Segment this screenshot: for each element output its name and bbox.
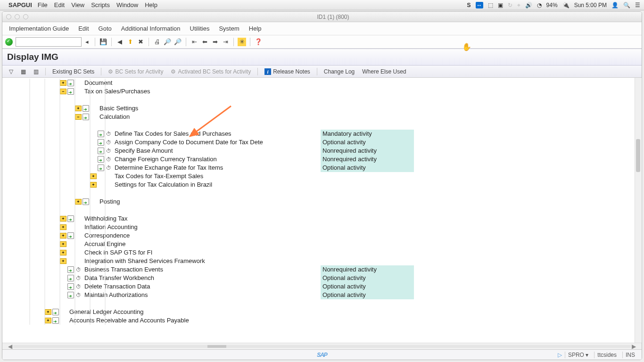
img-activity-icon[interactable] [98,148,104,154]
execute-icon[interactable] [105,131,112,137]
help-icon[interactable]: ❓ [254,38,263,46]
tree-label[interactable]: Tax Codes for Tax-Exempt Sales [113,172,203,181]
tree-label[interactable]: Calculation [98,113,130,121]
battery-icon[interactable]: 🔌 [562,2,570,8]
prev-page-icon[interactable]: ⬅ [200,38,209,46]
img-activity-icon[interactable] [67,215,74,222]
expand-icon[interactable] [90,173,97,179]
exit-icon[interactable]: ⬆ [126,38,134,46]
img-activity-icon[interactable] [98,139,104,146]
last-page-icon[interactable]: ⇥ [221,38,230,46]
img-activity-icon[interactable] [83,105,89,112]
img-activity-icon[interactable] [67,88,74,95]
tree-label[interactable]: Specify Base Amount [113,147,173,155]
expand-icon[interactable] [45,318,51,323]
minimize-button[interactable] [15,14,20,19]
activated-bc-sets[interactable]: ⚙Activated BC Sets for Activity [169,67,253,76]
expand-icon[interactable] [45,309,51,315]
tree-row[interactable]: Determine Exchange Rate for Tax ItemsOpt… [10,164,642,172]
tree-label[interactable]: Correspondence [83,231,130,240]
status-s-icon[interactable]: S [467,2,471,8]
expand-icon[interactable] [60,241,66,247]
img-activity-icon[interactable] [67,292,74,298]
expand-icon[interactable] [75,199,82,205]
tree-label[interactable]: Tax on Sales/Purchases [83,87,150,96]
tree-row[interactable]: Accounts Receivable and Accounts Payable [10,316,642,325]
tree-row[interactable]: Basic Settings [10,104,642,113]
vertical-scrollbar[interactable] [635,78,641,343]
collapse-icon[interactable] [60,89,66,94]
back-icon[interactable]: ◀ [116,38,124,46]
tree-row[interactable]: Tax on Sales/Purchases [10,87,642,96]
additional-icon[interactable]: ▥ [32,67,41,76]
tree-row[interactable]: Inflation Accounting [10,223,642,231]
img-activity-icon[interactable] [52,309,59,315]
tree-label[interactable]: Maintain Authorizations [83,291,148,299]
tree-label[interactable]: Accrual Engine [83,240,125,248]
horizontal-scrollbar[interactable]: ◀ ▶ [2,343,642,349]
tree-row[interactable] [10,121,642,130]
sap-menu-utilities[interactable]: Utilities [190,25,210,32]
tree-label[interactable]: Delete Transaction Data [83,282,150,291]
execute-icon[interactable] [75,292,82,298]
volume-icon[interactable]: 🔊 [525,2,532,8]
img-activity-icon[interactable] [67,232,74,239]
tree-row[interactable] [10,189,642,197]
history-dropdown-icon[interactable]: ◂ [83,38,91,46]
menu-help[interactable]: Help [145,1,157,8]
expand-icon[interactable] [90,182,97,188]
expand-icon[interactable] [60,224,66,230]
new-session-icon[interactable]: ✳ [238,38,246,46]
menu-window[interactable]: Window [116,1,138,8]
change-log[interactable]: Change Log [322,67,356,76]
print-icon[interactable]: 🖨 [153,38,161,46]
sap-menu-impguide[interactable]: Implementation Guide [9,25,69,32]
tree-row[interactable]: Assign Company Code to Document Date for… [10,138,642,147]
menu-view[interactable]: View [71,1,84,8]
where-else-used[interactable]: Where Else Used [360,67,408,76]
tree-row[interactable]: Define Tax Codes for Sales and Purchases… [10,130,642,138]
tree-label[interactable]: Accounts Receivable and Accounts Payable [67,316,189,325]
img-activity-icon[interactable] [67,275,74,281]
session-play-icon[interactable]: ▷ [558,352,562,358]
expand-icon[interactable] [60,250,66,255]
box-icon[interactable]: ▣ [498,2,503,8]
img-activity-icon[interactable] [98,165,104,171]
tree-label[interactable]: Change Foreign Currency Translation [113,155,217,164]
img-activity-icon[interactable] [98,156,104,163]
timemachine-icon[interactable]: ↻ [508,2,512,8]
scroll-right-icon[interactable]: ▶ [631,343,637,350]
battery-pct[interactable]: 94% [546,2,558,8]
sap-menu-goto[interactable]: Goto [99,25,112,32]
close-button[interactable] [6,14,11,19]
sap-menu-edit[interactable]: Edit [78,25,89,32]
tree-label[interactable]: Settings for Tax Calculation in Brazil [113,181,212,189]
expand-icon[interactable] [60,233,66,239]
save-icon[interactable]: 💾 [99,38,107,46]
img-activity-icon[interactable] [67,80,74,86]
zoom-button[interactable] [23,14,28,19]
tree-label[interactable]: Integration with Shared Services Framewo… [83,257,205,265]
tree-label[interactable]: Withholding Tax [83,214,128,223]
tree-row[interactable] [10,96,642,104]
img-activity-icon[interactable] [98,131,104,137]
tree-label[interactable]: Business Transaction Events [83,265,163,274]
app-name[interactable]: SAPGUI [8,1,32,8]
expand-icon[interactable] [60,216,66,222]
next-page-icon[interactable]: ➡ [211,38,219,46]
tree-label[interactable]: Basic Settings [98,104,138,113]
expand-icon[interactable] [60,80,66,86]
tree-row[interactable]: Check in SAP GTS for FI [10,248,642,257]
tree-label[interactable]: Check in SAP GTS for FI [83,248,152,257]
execute-icon[interactable] [105,148,112,154]
menu-extras-icon[interactable]: ☰ [635,2,640,8]
img-activity-icon[interactable] [83,198,89,205]
tree-label[interactable]: Define Tax Codes for Sales and Purchases [113,130,231,138]
execute-icon[interactable] [105,156,112,163]
tree-label[interactable]: General Ledger Accounting [67,308,144,316]
tree-row[interactable]: Calculation [10,113,642,121]
teamviewer-icon[interactable]: ↔ [476,2,483,8]
tree-row[interactable]: Tax Codes for Tax-Exempt Sales [10,172,642,181]
bluetooth-icon[interactable]: ⌖ [517,2,520,8]
tree-row[interactable]: Posting [10,197,642,206]
